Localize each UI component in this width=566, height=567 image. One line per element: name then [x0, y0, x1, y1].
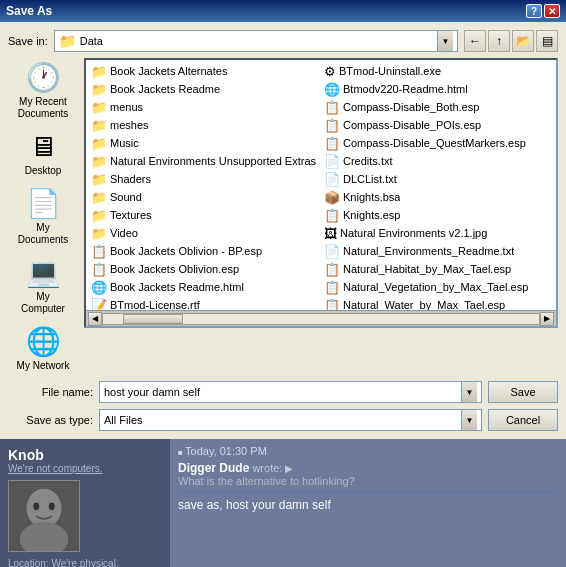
- list-item[interactable]: 📋 Natural_Habitat_by_Max_Tael.esp: [321, 260, 554, 278]
- file-name-text: menus: [110, 101, 143, 113]
- file-name-combo[interactable]: host your damn self ▼: [99, 381, 482, 403]
- file-type-icon: 🌐: [91, 280, 107, 295]
- horizontal-scrollbar[interactable]: ◀ ▶: [86, 310, 556, 326]
- my-computer-label: My Computer: [14, 291, 73, 315]
- list-item[interactable]: 🌐 Book Jackets Readme.html: [88, 278, 321, 296]
- sidebar-item-my-documents[interactable]: 📄 My Documents: [11, 184, 76, 249]
- file-type-icon: 📋: [324, 208, 340, 223]
- list-item[interactable]: 📋 Compass-Disable_QuestMarkers.esp: [321, 134, 554, 152]
- list-item[interactable]: 📋 Compass-Disable_POIs.esp: [321, 116, 554, 134]
- scrollbar-track[interactable]: [102, 313, 540, 325]
- sidebar-item-my-computer[interactable]: 💻 My Computer: [11, 253, 76, 318]
- file-name-text: BTmod-Uninstall.exe: [339, 65, 441, 77]
- file-type-icon: 📁: [91, 226, 107, 241]
- save-button[interactable]: Save: [488, 381, 558, 403]
- file-type-icon: 📋: [91, 262, 107, 277]
- file-type-icon: 📋: [91, 244, 107, 259]
- file-type-icon: 📝: [91, 298, 107, 311]
- close-button[interactable]: ✕: [544, 4, 560, 18]
- file-type-icon: 📦: [324, 190, 340, 205]
- file-name-text: Natural Environments Unsupported Extras: [110, 155, 316, 167]
- file-name-text: meshes: [110, 119, 149, 131]
- file-name-text: Knights.bsa: [343, 191, 400, 203]
- file-type-icon: 📋: [324, 136, 340, 151]
- chat-content: Today, 01:30 PM Digger Dude wrote: ▶ Wha…: [170, 439, 566, 567]
- user-name: Knob: [8, 447, 162, 463]
- list-item[interactable]: 📋 Natural_Water_by_Max_Tael.esp: [321, 296, 554, 310]
- list-item[interactable]: 📁 Book Jackets Alternates: [88, 62, 321, 80]
- list-item[interactable]: 📄 Natural_Environments_Readme.txt: [321, 242, 554, 260]
- list-item[interactable]: 📁 Sound: [88, 188, 321, 206]
- file-type-icon: 📁: [91, 190, 107, 205]
- save-as-type-combo[interactable]: All Files ▼: [99, 409, 482, 431]
- save-in-dropdown-arrow[interactable]: ▼: [437, 31, 453, 51]
- file-name-text: Video: [110, 227, 138, 239]
- file-type-icon: 📁: [91, 118, 107, 133]
- user-tagline[interactable]: We're not computers.: [8, 463, 162, 474]
- up-button[interactable]: ↑: [488, 30, 510, 52]
- file-area-wrapper: 🕐 My Recent Documents 🖥 Desktop 📄 My Doc…: [8, 58, 558, 375]
- view-button[interactable]: ▤: [536, 30, 558, 52]
- sidebar-item-my-recent-documents[interactable]: 🕐 My Recent Documents: [11, 58, 76, 123]
- save-in-combo[interactable]: 📁 Data ▼: [54, 30, 458, 52]
- list-item[interactable]: 📁 Video: [88, 224, 321, 242]
- scrollbar-thumb[interactable]: [123, 314, 183, 324]
- chat-row: Knob We're not computers. Location: We'r…: [0, 439, 566, 567]
- list-item[interactable]: 📋 Book Jackets Oblivion.esp: [88, 260, 321, 278]
- save-as-type-row: Save as type: All Files ▼ Cancel: [8, 409, 558, 431]
- list-item[interactable]: 📄 Credits.txt: [321, 152, 554, 170]
- file-name-text: Btmodv220-Readme.html: [343, 83, 468, 95]
- file-type-icon: 📁: [91, 154, 107, 169]
- list-item[interactable]: 📋 Book Jackets Oblivion - BP.esp: [88, 242, 321, 260]
- file-name-row: File name: host your damn self ▼ Save: [8, 381, 558, 403]
- back-button[interactable]: ←: [464, 30, 486, 52]
- help-button[interactable]: ?: [526, 4, 542, 18]
- file-name-text: Book Jackets Oblivion.esp: [110, 263, 239, 275]
- file-name-text: Book Jackets Readme.html: [110, 281, 244, 293]
- svg-point-3: [33, 502, 39, 510]
- list-item[interactable]: 📁 meshes: [88, 116, 321, 134]
- list-item[interactable]: 📁 menus: [88, 98, 321, 116]
- scroll-left-arrow[interactable]: ◀: [88, 312, 102, 326]
- title-bar-left: Save As: [6, 4, 52, 18]
- my-computer-icon: 💻: [26, 256, 61, 289]
- list-item[interactable]: 📋 Knights.esp: [321, 206, 554, 224]
- file-name-text: Shaders: [110, 173, 151, 185]
- title-bar-buttons: ? ✕: [526, 4, 560, 18]
- file-type-icon: 📁: [91, 172, 107, 187]
- list-item[interactable]: 📁 Natural Environments Unsupported Extra…: [88, 152, 321, 170]
- file-type-icon: 📄: [324, 244, 340, 259]
- list-item[interactable]: 📦 Knights.bsa: [321, 188, 554, 206]
- list-item[interactable]: 📝 BTmod-License.rtf: [88, 296, 321, 310]
- list-item[interactable]: ⚙ BTmod-Uninstall.exe: [321, 62, 554, 80]
- list-item[interactable]: 🌐 Btmodv220-Readme.html: [321, 80, 554, 98]
- file-name-value: host your damn self: [104, 386, 461, 398]
- scroll-right-arrow[interactable]: ▶: [540, 312, 554, 326]
- chat-timestamp: Today, 01:30 PM: [178, 445, 558, 457]
- list-item[interactable]: 📄 DLCList.txt: [321, 170, 554, 188]
- file-list-container: 📁 Book Jackets Alternates ⚙ BTmod-Uninst…: [84, 58, 558, 328]
- file-type-icon: 📋: [324, 280, 340, 295]
- file-list: 📁 Book Jackets Alternates ⚙ BTmod-Uninst…: [86, 60, 556, 310]
- list-item[interactable]: 🖼 Natural Environments v2.1.jpg: [321, 224, 554, 242]
- save-as-type-dropdown-arrow[interactable]: ▼: [461, 410, 477, 430]
- sidebar-item-my-network[interactable]: 🌐 My Network: [11, 322, 76, 375]
- file-name-dropdown-arrow[interactable]: ▼: [461, 382, 477, 402]
- folder-icon: 📁: [59, 33, 76, 49]
- file-name-text: Book Jackets Readme: [110, 83, 220, 95]
- list-item[interactable]: 📁 Shaders: [88, 170, 321, 188]
- sidebar-item-desktop[interactable]: 🖥 Desktop: [11, 127, 76, 180]
- chat-panel: Knob We're not computers. Location: We'r…: [0, 439, 566, 567]
- file-type-icon: 📋: [324, 262, 340, 277]
- list-item[interactable]: 📋 Natural_Vegetation_by_Max_Tael.esp: [321, 278, 554, 296]
- list-item[interactable]: 📁 Book Jackets Readme: [88, 80, 321, 98]
- cancel-button[interactable]: Cancel: [488, 409, 558, 431]
- save-as-type-value: All Files: [104, 414, 461, 426]
- list-item[interactable]: 📋 Compass-Disable_Both.esp: [321, 98, 554, 116]
- list-item[interactable]: 📁 Music: [88, 134, 321, 152]
- file-name-text: Natural_Water_by_Max_Tael.esp: [343, 299, 505, 310]
- chat-quote: What is the alternative to hotlinking?: [178, 475, 558, 492]
- list-item[interactable]: 📁 Textures: [88, 206, 321, 224]
- file-name-text: Textures: [110, 209, 152, 221]
- new-folder-button[interactable]: 📂: [512, 30, 534, 52]
